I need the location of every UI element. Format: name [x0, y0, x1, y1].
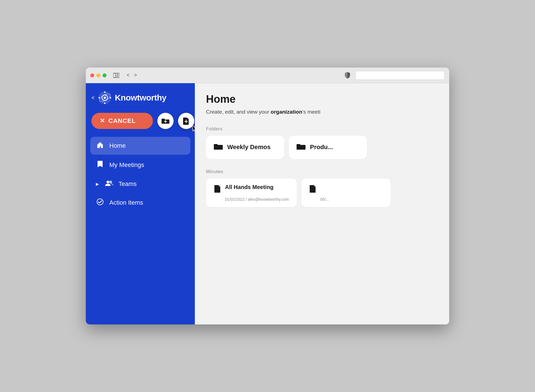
svg-point-17: [106, 181, 109, 183]
folders-grid: Weekly Demos Produ...: [206, 136, 438, 159]
forward-nav-button[interactable]: >: [132, 71, 139, 79]
maximize-button[interactable]: [103, 73, 106, 77]
traffic-lights: [90, 73, 106, 77]
app-container: < Knowtworthy: [86, 83, 449, 324]
page-subtitle: Create, edit, and view your organization…: [206, 108, 438, 116]
svg-rect-0: [113, 73, 115, 78]
folder-name-weekly-demos: Weekly Demos: [227, 144, 271, 151]
main-content: ↓ Home Create, edit, and view your organ…: [195, 83, 449, 324]
svg-point-8: [104, 92, 105, 93]
sidebar-item-my-meetings[interactable]: My Meetings: [90, 156, 190, 174]
teams-expand-arrow: ▶: [96, 182, 99, 186]
cancel-label: CANCEL: [108, 117, 136, 125]
sidebar-item-home-label: Home: [109, 142, 126, 149]
nav-buttons: < >: [125, 71, 139, 79]
minute-card-top-2: [309, 184, 383, 195]
sidebar: < Knowtworthy: [86, 83, 195, 324]
nav-items: Home My Meetings ▶: [86, 135, 195, 324]
minute-card-all-hands[interactable]: All Hands Meeting 01/02/2022 / alex@know…: [206, 178, 297, 207]
sidebar-item-teams-label: Teams: [119, 180, 137, 188]
minute-meta-all-hands: 01/02/2022 / alex@knowtworthy.com: [214, 197, 289, 202]
sidebar-item-action-items[interactable]: Action Items: [90, 194, 190, 212]
sidebar-header: < Knowtworthy: [86, 83, 195, 110]
minute-card-second[interactable]: 05/...: [301, 178, 391, 207]
home-icon: [96, 141, 104, 150]
svg-point-7: [104, 97, 106, 99]
app-logo-icon: [98, 91, 112, 104]
new-document-button[interactable]: [178, 113, 194, 129]
sidebar-item-home[interactable]: Home: [90, 137, 190, 155]
folder-icon-weekly-demos: [214, 142, 223, 152]
address-bar[interactable]: [355, 71, 445, 80]
document-icon-second: [309, 185, 316, 195]
minutes-list: All Hands Meeting 01/02/2022 / alex@know…: [206, 178, 438, 207]
sidebar-toggle-button[interactable]: [113, 72, 122, 78]
browser-chrome: < >: [86, 68, 449, 83]
cancel-button[interactable]: ✕ CANCEL: [91, 113, 153, 129]
sidebar-item-action-items-label: Action Items: [109, 199, 143, 206]
new-folder-button[interactable]: [157, 113, 174, 129]
folders-section-label: Folders: [206, 126, 438, 132]
svg-point-19: [97, 199, 103, 205]
close-button[interactable]: [90, 73, 94, 77]
minute-title-all-hands: All Hands Meeting: [225, 184, 273, 190]
minutes-section-label: Minutes: [206, 169, 438, 175]
folder-name-produ: Produ...: [310, 144, 333, 151]
cancel-x-icon: ✕: [100, 117, 105, 125]
svg-point-9: [104, 103, 105, 104]
check-circle-icon: [96, 198, 104, 207]
folder-card-weekly-demos[interactable]: Weekly Demos: [206, 136, 284, 159]
people-icon: [105, 180, 113, 188]
new-document-button-wrapper: [178, 113, 194, 129]
browser-window: < > <: [86, 68, 449, 324]
action-row: ✕ CANCEL: [86, 110, 195, 135]
minute-card-top: All Hands Meeting: [214, 184, 289, 195]
svg-point-11: [110, 97, 111, 99]
document-icon-all-hands: [214, 185, 221, 195]
bookmark-icon: [96, 160, 104, 170]
page-title: Home: [206, 93, 438, 105]
app-title: Knowtworthy: [115, 93, 166, 102]
back-nav-button[interactable]: <: [125, 71, 131, 79]
minute-meta-second: 05/...: [309, 197, 383, 202]
folder-icon-produ: [297, 142, 306, 152]
minimize-button[interactable]: [96, 73, 100, 77]
folder-card-produ[interactable]: Produ...: [289, 136, 367, 159]
svg-point-18: [109, 181, 112, 183]
shield-icon: [343, 71, 352, 80]
sidebar-back-button[interactable]: <: [91, 95, 95, 101]
svg-point-10: [98, 97, 100, 99]
sidebar-item-my-meetings-label: My Meetings: [109, 161, 144, 169]
sidebar-item-teams[interactable]: ▶ Teams: [90, 175, 190, 193]
